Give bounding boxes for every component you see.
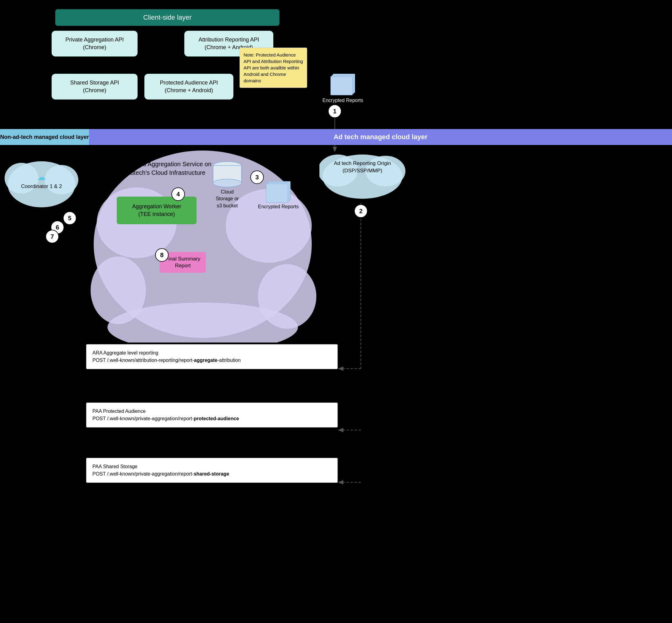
adtech-reporting-label: Ad tech Reporting Origin (DSP/SSP/MMP) — [319, 160, 405, 175]
step-4-badge: 4 — [172, 187, 185, 201]
svg-marker-18 — [338, 480, 343, 484]
ara-line1: ARA Aggregate level reporting — [92, 349, 331, 357]
protected-audience-api-box: Protected Audience API (Chrome + Android… — [144, 74, 234, 99]
svg-marker-28 — [52, 213, 58, 217]
encrypted-reports-top: Encrypted Reports — [323, 74, 363, 103]
coordinator-content: ☁ Coordinator 1 & 2 — [5, 172, 78, 189]
coordinator-label: Coordinator 1 & 2 — [5, 183, 78, 189]
client-layer-bar: Client-side layer — [55, 9, 279, 26]
diagram-container: Client-side layer Private Aggregation AP… — [0, 0, 672, 623]
svg-marker-14 — [338, 366, 343, 371]
non-ad-tech-bar: Non-ad-tech managed cloud layer — [0, 129, 89, 145]
paa-shared-box: PAA Shared Storage POST /.well-known/pri… — [86, 458, 338, 483]
paa-shared-line1: PAA Shared Storage — [92, 463, 331, 470]
report-page-3 — [331, 76, 353, 95]
paa-protected-line1: PAA Protected Audience — [92, 408, 331, 415]
step-7-badge: 7 — [45, 230, 59, 243]
coordinator-icon: ☁ — [5, 172, 78, 182]
client-layer-label: Client-side layer — [143, 13, 192, 21]
svg-point-37 — [91, 257, 146, 324]
step-5-badge: 5 — [63, 211, 77, 225]
layers-row: Non-ad-tech managed cloud layer Ad tech … — [0, 129, 672, 145]
step-3-badge: 3 — [250, 171, 264, 184]
ara-line2: POST /.well-known/attribution-reporting/… — [92, 357, 331, 364]
step-8-badge: 8 — [155, 248, 169, 262]
aggregation-worker-box: Aggregation Worker (TEE instance) — [117, 197, 196, 224]
ara-box: ARA Aggregate level reporting POST /.wel… — [86, 344, 338, 369]
encrypted-reports-mid: Encrypted Reports — [258, 181, 299, 209]
svg-marker-16 — [338, 428, 343, 432]
shared-storage-api-box: Shared Storage API (Chrome) — [52, 74, 138, 99]
svg-point-47 — [213, 179, 241, 187]
note-box: Note: Protected Audience API and Attribu… — [240, 48, 307, 88]
step-1-badge: 1 — [328, 105, 341, 118]
paa-protected-box: PAA Protected Audience POST /.well-known… — [86, 403, 338, 427]
report-page-mid-3 — [266, 184, 288, 203]
report-stack-mid — [266, 181, 291, 203]
deployed-service-label: Deployed Aggregation Service on Adtech's… — [120, 160, 212, 177]
encrypted-reports-top-label: Encrypted Reports — [323, 98, 363, 103]
paa-shared-line2: POST /.well-known/private-aggregation/re… — [92, 470, 331, 478]
svg-point-38 — [258, 264, 316, 329]
private-aggregation-api-box: Private Aggregation API (Chrome) — [52, 31, 138, 57]
ad-tech-bar: Ad tech managed cloud layer — [89, 129, 672, 145]
coordinator-cloud: ☁ Coordinator 1 & 2 — [5, 154, 78, 212]
encrypted-reports-mid-label: Encrypted Reports — [258, 204, 299, 209]
paa-protected-line2: POST /.well-known/private-aggregation/re… — [92, 415, 331, 422]
adtech-reporting-cloud: Ad tech Reporting Origin (DSP/SSP/MMP) — [319, 146, 405, 203]
cloud-storage-label: Cloud Storage or s3 bucket — [203, 189, 252, 209]
report-stack-top — [331, 74, 355, 95]
cylinder-svg — [212, 161, 243, 187]
step-2-badge: 2 — [354, 204, 368, 218]
